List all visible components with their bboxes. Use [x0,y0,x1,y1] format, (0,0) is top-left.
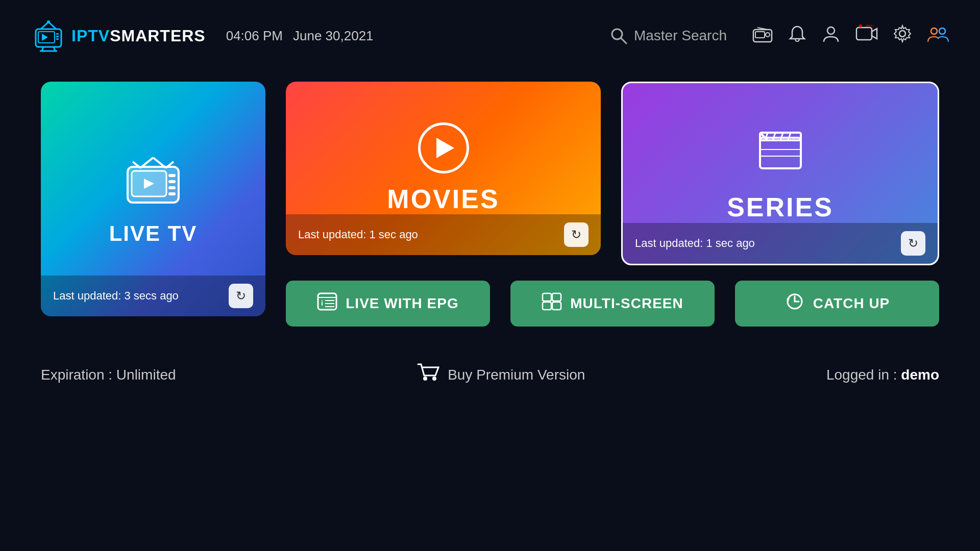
live-tv-icon [117,153,189,214]
svg-rect-37 [760,138,801,168]
svg-line-0 [41,22,48,29]
nav-icons: REC [752,24,949,47]
logo-area: IPTVSMARTERS [31,18,206,54]
live-epg-button[interactable]: i LIVE WITH EPG [286,281,490,327]
series-updated: Last updated: 1 sec ago [635,237,755,250]
svg-point-25 [939,28,945,34]
svg-point-58 [423,377,427,381]
logged-in-info: Logged in : demo [826,367,939,383]
svg-marker-5 [42,34,48,41]
movies-refresh-button[interactable]: ↻ [564,222,589,247]
movies-footer: Last updated: 1 sec ago ↻ [286,214,601,255]
record-icon[interactable]: REC [855,24,878,47]
multi-screen-icon [542,292,562,315]
expiration-text: Expiration : Unlimited [41,367,176,383]
radio-icon[interactable] [752,24,773,47]
catch-up-button[interactable]: CATCH UP [735,281,939,327]
live-tv-updated: Last updated: 3 secs ago [53,289,179,303]
svg-text:REC: REC [866,24,874,28]
live-tv-footer: Last updated: 3 secs ago ↻ [41,276,265,316]
series-clapboard-icon [755,125,806,182]
current-date: June 30,2021 [293,28,374,44]
profile-switch-icon[interactable] [927,24,949,47]
logo-smarters: SMARTERS [110,27,206,45]
svg-point-24 [931,28,937,34]
svg-line-1 [48,22,56,29]
header: IPTVSMARTERS 04:06 PM June 30,2021 Maste… [0,0,980,71]
buy-premium-button[interactable]: Buy Premium Version [417,362,585,387]
movies-series-row: MOVIES Last updated: 1 sec ago ↻ [286,82,939,265]
logged-in-label: Logged in : [826,367,901,383]
series-card[interactable]: SERIES Last updated: 1 sec ago ↻ [621,82,939,265]
bottom-buttons: i LIVE WITH EPG [286,281,939,327]
multi-screen-button[interactable]: MULTI-SCREEN [510,281,715,327]
svg-point-16 [766,33,770,37]
svg-rect-15 [755,32,765,38]
svg-rect-35 [168,186,176,189]
series-footer: Last updated: 1 sec ago ↻ [623,223,938,264]
logo-iptv: IPTV [71,27,110,45]
live-tv-refresh-button[interactable]: ↻ [229,284,253,308]
cart-icon [417,362,439,387]
movies-card[interactable]: MOVIES Last updated: 1 sec ago ↻ [286,82,601,255]
logo-text: IPTVSMARTERS [71,27,206,45]
right-column: MOVIES Last updated: 1 sec ago ↻ [286,82,939,327]
catch-up-label: CATCH UP [813,295,890,312]
svg-rect-54 [543,302,551,310]
svg-rect-55 [552,302,561,310]
svg-rect-19 [856,28,872,40]
svg-text:i: i [321,299,324,307]
svg-point-18 [827,27,835,34]
movies-play-icon [418,122,469,173]
live-tv-card[interactable]: LIVE TV Last updated: 3 secs ago ↻ [41,82,265,316]
footer: Expiration : Unlimited Buy Premium Versi… [0,347,980,387]
svg-line-13 [621,38,626,43]
live-epg-icon: i [317,292,337,315]
svg-rect-52 [543,293,551,301]
catch-up-icon [785,292,805,315]
svg-rect-34 [168,180,176,183]
main-content: LIVE TV Last updated: 3 secs ago ↻ MOVIE… [0,71,980,347]
series-refresh-button[interactable]: ↻ [901,231,925,256]
cards-row: LIVE TV Last updated: 3 secs ago ↻ MOVIE… [41,82,939,327]
settings-icon[interactable] [893,24,912,47]
svg-line-41 [780,133,783,140]
movies-label: MOVIES [387,184,499,214]
movies-updated: Last updated: 1 sec ago [298,228,418,241]
svg-point-21 [859,24,862,28]
series-label: SERIES [727,192,834,222]
logged-in-user: demo [901,367,939,383]
svg-rect-53 [552,293,561,301]
svg-rect-7 [56,36,59,37]
live-tv-label: LIVE TV [109,221,198,246]
search-icon [609,27,628,45]
svg-rect-33 [168,174,176,177]
svg-line-42 [788,133,791,140]
bell-icon[interactable] [788,24,806,47]
svg-marker-20 [872,29,877,39]
current-time: 04:06 PM [226,28,283,44]
svg-rect-6 [56,33,59,35]
live-epg-label: LIVE WITH EPG [346,295,458,312]
search-bar[interactable]: Master Search [609,27,727,45]
svg-rect-8 [56,38,59,40]
svg-point-59 [432,377,436,381]
datetime: 04:06 PM June 30,2021 [226,28,374,44]
buy-premium-label: Buy Premium Version [448,367,585,383]
logo-icon [31,18,66,54]
svg-point-2 [47,20,50,23]
search-label: Master Search [634,28,727,44]
svg-rect-36 [168,192,176,195]
multi-screen-label: MULTI-SCREEN [570,295,683,312]
user-icon[interactable] [822,24,840,47]
svg-line-40 [773,133,775,140]
svg-point-23 [899,31,905,37]
